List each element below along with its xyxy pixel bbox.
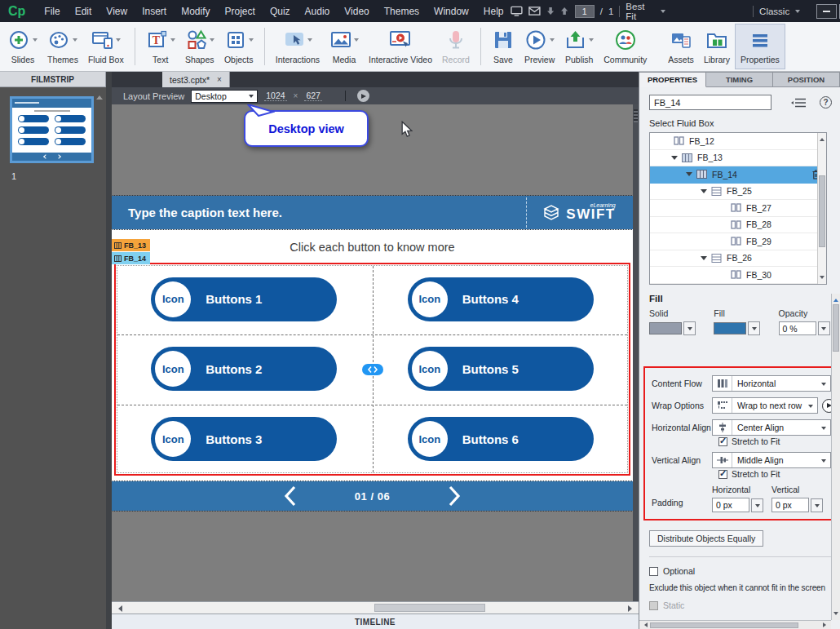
scroll-left-icon[interactable] <box>642 622 648 627</box>
padding-horizontal-select[interactable]: 0 px <box>712 498 771 512</box>
fluid-box-tag-fb13[interactable]: FB_13 <box>112 239 150 251</box>
tree-item-fb26[interactable]: FB_26 <box>650 250 826 268</box>
menu-help[interactable]: Help <box>476 6 511 17</box>
dropdown-caret-box[interactable] <box>751 498 763 512</box>
opacity-value[interactable]: 0 % <box>779 321 816 335</box>
toolbar-slides[interactable]: Slides <box>3 24 42 69</box>
menu-quiz[interactable]: Quiz <box>263 6 298 17</box>
chevron-down-icon[interactable] <box>73 38 77 44</box>
panel-splitter[interactable] <box>633 104 639 601</box>
slide-heading[interactable]: Click each button to know more <box>112 229 633 254</box>
menu-file[interactable]: File <box>37 6 67 17</box>
toolbar-media[interactable]: Media <box>325 24 364 69</box>
fluid-box-cell[interactable]: Icon Buttons 6 <box>373 404 630 474</box>
slide-button-4[interactable]: Icon Buttons 4 <box>408 277 594 321</box>
tab-properties[interactable]: PROPERTIES <box>639 72 706 87</box>
tree-expand-icon[interactable] <box>701 189 707 193</box>
padding-vertical-select[interactable]: 0 px <box>771 498 831 512</box>
tree-item-fb12[interactable]: FB_12 <box>650 133 826 150</box>
toolbar-properties[interactable]: Properties <box>735 24 785 69</box>
fluid-box-cell[interactable]: Icon Buttons 5 <box>373 334 630 405</box>
slide-button-3[interactable]: Icon Buttons 3 <box>151 417 337 461</box>
padding-vertical-value[interactable]: 0 px <box>771 498 809 512</box>
tree-item-fb27[interactable]: FB_27 <box>650 200 826 217</box>
toolbar-assets[interactable]: Assets <box>663 24 699 69</box>
solid-fill-select[interactable] <box>649 321 714 335</box>
wrap-options-select[interactable]: Wrap to next row <box>712 397 818 414</box>
slide-button-2[interactable]: Icon Buttons 2 <box>151 347 337 391</box>
horizontal-align-select[interactable]: Center Align <box>712 419 831 436</box>
dropdown-caret-box[interactable] <box>818 321 830 335</box>
stretch-to-fit-horizontal[interactable]: Stretch to Fit <box>718 436 831 446</box>
stretch-to-fit-vertical[interactable]: Stretch to Fit <box>718 469 831 479</box>
previous-page-icon[interactable] <box>284 485 296 507</box>
properties-vertical-scrollbar[interactable] <box>831 294 840 620</box>
static-option[interactable]: Static <box>649 600 832 610</box>
chevron-down-icon[interactable] <box>210 38 214 44</box>
fluid-box-tag-fb14[interactable]: FB_14 <box>112 252 150 264</box>
next-slide-icon[interactable] <box>560 7 568 16</box>
stretch-checkbox[interactable] <box>718 437 727 446</box>
chevron-down-icon[interactable] <box>33 38 38 44</box>
chevron-down-icon[interactable] <box>307 38 312 44</box>
menu-themes[interactable]: Themes <box>377 6 427 17</box>
minimize-button[interactable] <box>816 4 837 19</box>
scroll-up-icon[interactable] <box>833 296 838 302</box>
chevron-down-icon[interactable] <box>795 10 800 16</box>
chevron-down-icon[interactable] <box>116 38 121 44</box>
mail-icon[interactable] <box>528 6 541 16</box>
toolbar-themes[interactable]: Themes <box>42 24 83 69</box>
dropdown-caret-box[interactable] <box>748 321 760 335</box>
timeline-bar[interactable]: TIMELINE <box>112 613 639 629</box>
toolbar-preview[interactable]: Preview <box>519 24 559 69</box>
toolbar-interactions[interactable]: Interactions <box>271 24 325 69</box>
vertical-align-select[interactable]: Middle Align <box>712 452 831 468</box>
tree-expand-icon[interactable] <box>701 256 707 260</box>
toolbar-text[interactable]: T Text <box>141 24 180 69</box>
menu-modify[interactable]: Modify <box>174 6 217 17</box>
caption-bar[interactable]: Type the caption text here. eLearning SW… <box>112 196 633 229</box>
canvas-width-field[interactable]: 1024 <box>264 91 286 101</box>
tree-item-fb29[interactable]: FB_29 <box>650 233 826 250</box>
slide-button-1[interactable]: Icon Buttons 1 <box>151 277 337 321</box>
scrollbar-thumb[interactable] <box>374 604 485 612</box>
slide-number-input[interactable]: 1 <box>575 5 595 18</box>
fluid-box-name-input[interactable] <box>649 95 771 110</box>
optional-checkbox[interactable] <box>649 567 658 576</box>
toolbar-fluid-box[interactable]: Fluid Box <box>83 24 129 69</box>
tab-timing[interactable]: TIMING <box>706 72 773 87</box>
stretch-checkbox[interactable] <box>718 470 727 479</box>
previous-slide-icon[interactable] <box>546 7 555 16</box>
chevron-down-icon[interactable] <box>249 38 254 44</box>
tree-expand-icon[interactable] <box>686 172 692 176</box>
chevron-down-icon[interactable] <box>550 38 555 44</box>
content-flow-select[interactable]: Horizontal <box>712 375 831 392</box>
toolbar-shapes[interactable]: Shapes <box>180 24 219 69</box>
stage-canvas[interactable]: Desktop view Type the caption text here.… <box>112 104 639 601</box>
workspace-select[interactable]: Classic <box>759 7 789 16</box>
menu-edit[interactable]: Edit <box>68 6 99 17</box>
toolbar-objects[interactable]: Objects <box>219 24 259 69</box>
tree-item-fb25[interactable]: FB_25 <box>650 184 826 201</box>
solid-swatch[interactable] <box>649 322 682 334</box>
chevron-down-icon[interactable] <box>661 10 665 16</box>
scroll-down-icon[interactable] <box>820 276 825 281</box>
tree-item-fb28[interactable]: FB_28 <box>650 217 826 234</box>
scroll-right-icon[interactable] <box>823 622 829 627</box>
fluid-box-cell[interactable]: Icon Buttons 4 <box>373 264 630 334</box>
tree-item-fb30[interactable]: FB_30 <box>650 267 826 284</box>
filmstrip-splitter[interactable] <box>106 72 112 629</box>
zoom-select[interactable]: Best Fit <box>626 2 655 21</box>
chevron-down-icon[interactable] <box>589 38 594 44</box>
toolbar-save[interactable]: Save <box>487 24 519 69</box>
tree-item-fb14-selected[interactable]: FB_14 <box>650 166 826 184</box>
slide-button-5[interactable]: Icon Buttons 5 <box>408 347 594 391</box>
selected-fluid-box-outline[interactable]: Icon Buttons 1 Icon Buttons 4 <box>114 263 630 476</box>
fluid-box-cell[interactable]: Icon Buttons 1 <box>116 264 373 334</box>
presentation-icon[interactable] <box>511 5 523 17</box>
menu-insert[interactable]: Insert <box>135 6 174 17</box>
slide-stage[interactable]: Type the caption text here. eLearning SW… <box>112 196 633 511</box>
menu-view[interactable]: View <box>99 6 135 17</box>
menu-window[interactable]: Window <box>427 6 476 17</box>
fluid-box-cell[interactable]: Icon Buttons 2 <box>116 334 373 405</box>
